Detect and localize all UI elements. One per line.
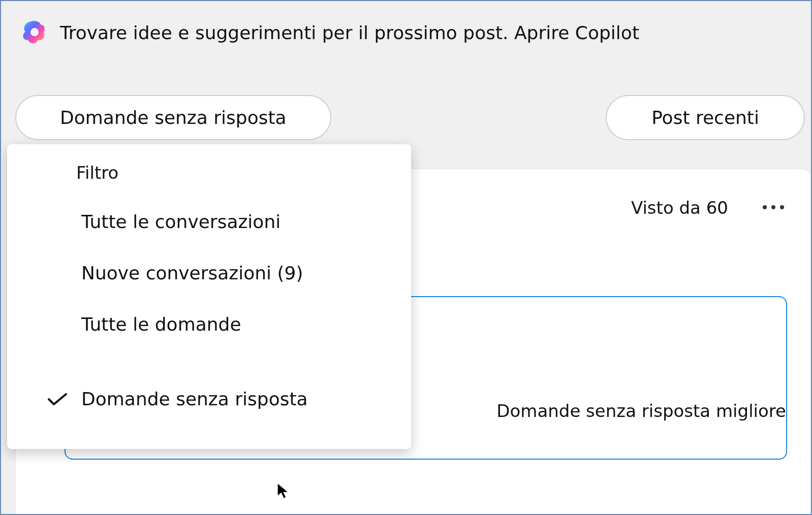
filter-item-label: Tutte le domande [81, 314, 241, 335]
filter-item-label: Domande senza risposta [81, 389, 308, 409]
copilot-icon [21, 19, 48, 46]
tab-unanswered-questions[interactable]: Domande senza risposta [15, 95, 331, 140]
filter-item-all-conversations[interactable]: Tutte le conversazioni [7, 196, 411, 247]
filter-dropdown: Filtro Tutte le conversazioni Nuove conv… [7, 144, 411, 449]
tab-recent-posts[interactable]: Post recenti [606, 95, 805, 140]
answer-tag: Domande senza risposta migliore [496, 401, 786, 421]
copilot-banner[interactable]: Trovare idee e suggerimenti per il pross… [1, 1, 811, 46]
filter-header: Filtro [7, 153, 411, 196]
copilot-text: Trovare idee e suggerimenti per il pross… [60, 22, 639, 43]
filter-item-new-conversations[interactable]: Nuove conversazioni (9) [7, 247, 411, 299]
filter-item-unanswered-questions[interactable]: Domande senza risposta [7, 373, 411, 425]
svg-point-0 [30, 28, 39, 36]
filter-item-label: Nuove conversazioni (9) [81, 263, 303, 283]
check-icon [48, 393, 67, 405]
more-icon[interactable] [763, 205, 784, 210]
tab-row: Domande senza risposta Post recenti [15, 95, 805, 140]
seen-count: Visto da 60 [631, 198, 728, 218]
filter-item-label: Tutte le conversazioni [81, 211, 280, 232]
filter-item-all-questions[interactable]: Tutte le domande [7, 299, 411, 350]
